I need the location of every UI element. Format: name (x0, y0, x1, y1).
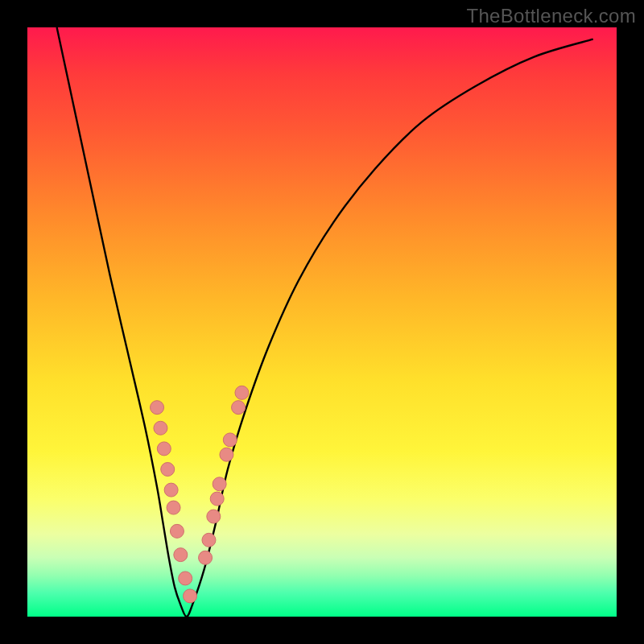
highlight-dot (207, 510, 221, 523)
highlight-dot (199, 551, 213, 564)
highlight-dot (151, 401, 164, 415)
highlight-dot (164, 483, 178, 497)
plot-area (27, 27, 617, 617)
highlight-dot (174, 548, 188, 562)
highlight-dot (161, 463, 175, 477)
highlight-dot (235, 386, 249, 399)
highlight-dot (232, 401, 246, 415)
highlight-dot (157, 442, 171, 456)
highlight-dot (184, 589, 197, 603)
highlight-dots (151, 386, 249, 603)
highlight-dot (167, 501, 180, 514)
watermark-text: TheBottleneck.com (466, 5, 636, 27)
highlight-dot (154, 421, 167, 435)
bottleneck-curve (57, 27, 593, 617)
chart-frame: TheBottleneck.com (0, 0, 644, 644)
highlight-dot (179, 572, 192, 585)
curve-svg (27, 27, 617, 617)
highlight-dot (223, 433, 237, 447)
highlight-dot (213, 477, 226, 491)
highlight-dot (210, 492, 224, 506)
highlight-dot (220, 448, 233, 461)
highlight-dot (202, 533, 216, 547)
highlight-dot (170, 524, 184, 538)
